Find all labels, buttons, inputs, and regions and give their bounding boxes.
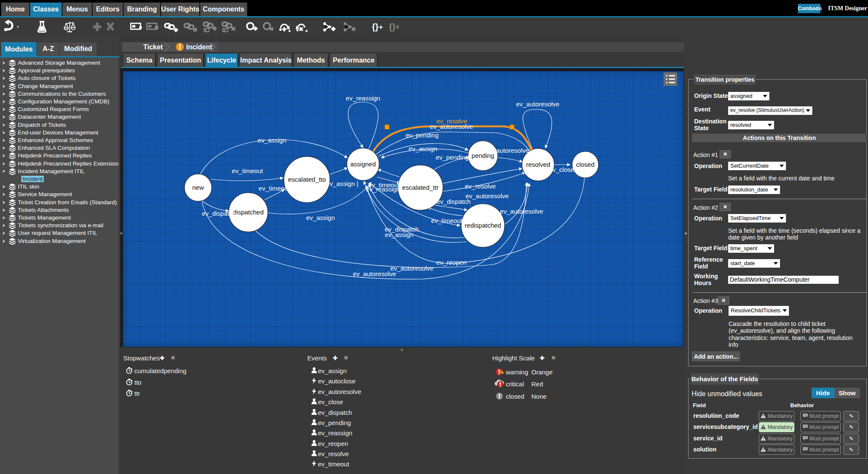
svg-text:escalated_ttr: escalated_ttr: [402, 184, 439, 191]
svg-text:ev_autoresolve: ev_autoresolve: [465, 192, 509, 200]
svg-text:new: new: [192, 184, 204, 191]
svg-text:ev_resolve: ev_resolve: [437, 117, 468, 125]
svg-text:ev_timeout: ev_timeout: [232, 167, 263, 174]
svg-text:ev_pending: ev_pending: [436, 154, 469, 161]
svg-text:escalated_tto: escalated_tto: [288, 176, 326, 183]
svg-text:ev_autoresolve: ev_autoresolve: [390, 265, 434, 272]
svg-text:ev_autoresolve: ev_autoresolve: [500, 208, 543, 215]
svg-text:ev_assign: ev_assign: [385, 231, 414, 238]
svg-text:ev_dispatch: ev_dispatch: [437, 198, 471, 205]
svg-text:ev_autoresolve: ev_autoresolve: [486, 147, 529, 154]
svg-text:ev_resolve: ev_resolve: [465, 183, 496, 190]
svg-text:assigned: assigned: [350, 160, 376, 168]
svg-text:resolved: resolved: [526, 161, 550, 168]
svg-text:ev_assign: ev_assign: [258, 137, 286, 144]
svg-text:ev_timeout: ev_timeout: [258, 185, 290, 192]
svg-text:ev_assign: ev_assign: [408, 145, 437, 152]
svg-text:ev_assign: ev_assign: [306, 214, 335, 221]
svg-text:redispatched: redispatched: [465, 222, 501, 229]
svg-text:closed: closed: [576, 161, 594, 168]
svg-text:ev_assign |: ev_assign |: [326, 180, 358, 187]
svg-text:ev_timeout: ev_timeout: [431, 217, 462, 224]
svg-text:ev_close: ev_close: [549, 166, 574, 173]
svg-text:ev_reassign: ev_reassign: [346, 94, 380, 102]
svg-text:ev_pending: ev_pending: [406, 131, 439, 139]
svg-text:ev_reassign: ev_reassign: [366, 186, 400, 193]
svg-text:ev_autoresolve: ev_autoresolve: [353, 270, 396, 277]
svg-text:dispatched: dispatched: [233, 208, 264, 216]
svg-text:ev_dispatch: ev_dispatch: [202, 210, 236, 217]
svg-text:ev_autoresolve: ev_autoresolve: [516, 100, 559, 108]
svg-text:ev_reopen: ev_reopen: [437, 259, 467, 266]
